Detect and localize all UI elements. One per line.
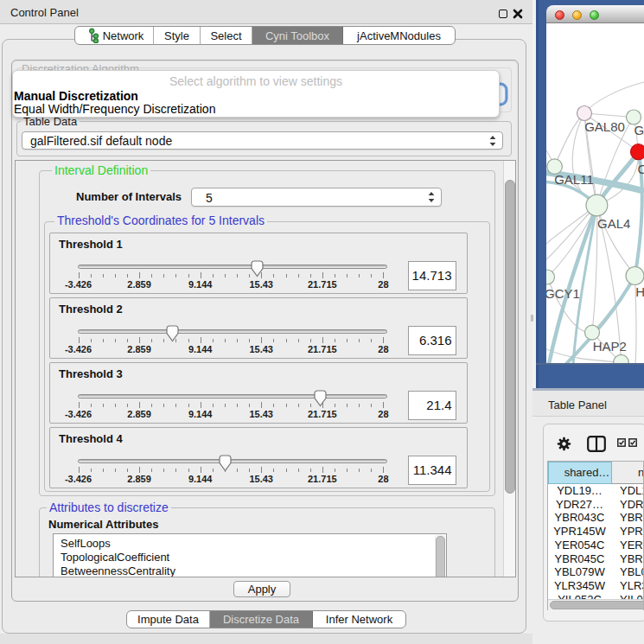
svg-text:H: H (635, 284, 644, 299)
svg-text:GAL4: GAL4 (597, 216, 630, 231)
svg-text:GCY1: GCY1 (546, 286, 580, 301)
svg-text:GAL80: GAL80 (584, 119, 625, 134)
svg-text:C: C (638, 162, 644, 176)
svg-text:GAL3: GAL3 (634, 123, 644, 137)
svg-text:GAL11: GAL11 (554, 172, 594, 187)
svg-text:HAP2: HAP2 (593, 339, 627, 354)
